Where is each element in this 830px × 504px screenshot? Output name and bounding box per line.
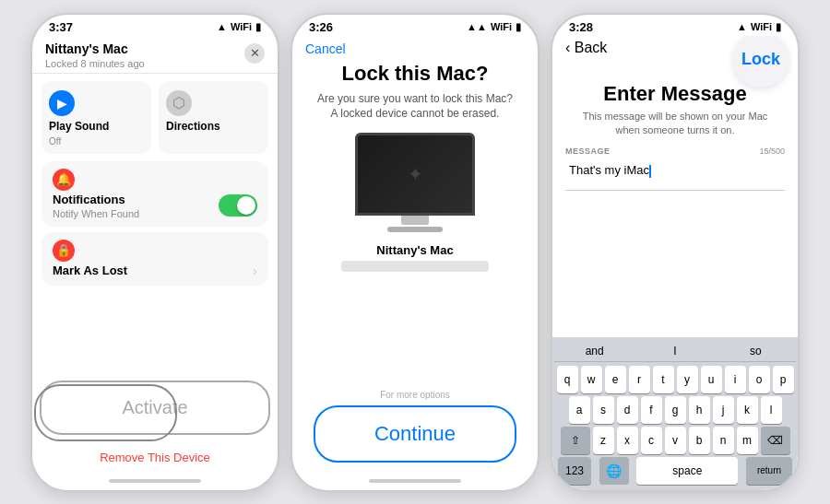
lost-row: Mark As Lost › [53, 264, 257, 278]
keyboard: and I so q w e r t y u i o p a [552, 337, 798, 490]
key-m[interactable]: m [737, 427, 758, 454]
home-indicator-1 [109, 479, 201, 483]
keyboard-row-3: ⇧ z x c v b n m ⌫ [554, 427, 796, 454]
wifi-icon-2: WiFi [491, 21, 512, 32]
delete-key[interactable]: ⌫ [761, 427, 790, 454]
lock-title: Lock this Mac? [342, 62, 489, 86]
nav-bar-1: Nittany's Mac Locked 8 minutes ago ✕ [32, 36, 278, 74]
key-z[interactable]: z [593, 427, 614, 454]
key-e[interactable]: e [605, 366, 626, 393]
space-key[interactable]: space [636, 457, 738, 485]
status-bar-3: 3:28 ▲ WiFi ▮ [552, 15, 798, 36]
status-icons-2: ▲▲ WiFi ▮ [467, 21, 521, 33]
imac-base [387, 227, 443, 232]
enter-message-sub: This message will be shown on your Macwh… [552, 110, 798, 138]
device-title: Nittany's Mac [45, 41, 145, 56]
status-icons-1: ▲ WiFi ▮ [217, 21, 261, 33]
notify-sub: Notify When Found [53, 208, 139, 219]
chevron-icon: › [253, 264, 257, 278]
home-indicator-2 [369, 479, 461, 483]
key-o[interactable]: o [749, 366, 770, 393]
key-k[interactable]: k [737, 396, 758, 424]
battery-icon-3: ▮ [776, 21, 781, 33]
close-button[interactable]: ✕ [244, 43, 265, 64]
notifications-label: Notifications [53, 193, 139, 206]
return-key[interactable]: return [746, 457, 792, 485]
key-g[interactable]: g [665, 396, 686, 424]
key-l[interactable]: l [761, 396, 782, 424]
message-text: That's my iMac [569, 163, 649, 177]
lost-icon: 🔒 [53, 240, 75, 262]
play-sub: Off [49, 136, 144, 147]
continue-button[interactable]: Continue [314, 405, 516, 463]
directions-icon: ⬡ [166, 90, 192, 116]
phone-2: 3:26 ▲▲ WiFi ▮ Cancel Lock this Mac? Are… [290, 13, 540, 492]
notifications-row: Notifications Notify When Found [53, 193, 257, 219]
key-a[interactable]: a [569, 396, 590, 424]
status-bar-1: 3:37 ▲ WiFi ▮ [32, 15, 278, 36]
text-cursor [649, 165, 651, 178]
suggestion-and[interactable]: and [554, 345, 634, 357]
key-w[interactable]: w [581, 366, 602, 393]
message-label: MESSAGE [565, 147, 611, 156]
signal-icon-3: ▲ [737, 21, 747, 32]
mark-lost-label: Mark As Lost [53, 264, 127, 277]
keyboard-row-2: a s d f g h j k l [554, 396, 796, 424]
numbers-key[interactable]: 123 [558, 457, 591, 485]
key-t[interactable]: t [653, 366, 674, 393]
key-j[interactable]: j [713, 396, 734, 424]
imac-blurred-text [341, 261, 489, 272]
key-y[interactable]: y [677, 366, 698, 393]
lock-sub: Are you sure you want to lock this Mac?A… [317, 91, 513, 123]
suggestion-I[interactable]: I [634, 345, 715, 357]
signal-icon-2: ▲▲ [467, 21, 487, 32]
key-r[interactable]: r [629, 366, 650, 393]
notifications-card[interactable]: 🔔 Notifications Notify When Found [42, 161, 268, 227]
action-row: ▶ Play Sound Off ⬡ Directions [32, 74, 278, 161]
key-u[interactable]: u [701, 366, 722, 393]
imac-illustration [355, 133, 475, 232]
back-button[interactable]: ‹ Back [565, 40, 607, 55]
phone2-nav: Cancel [292, 36, 538, 62]
message-count: 15/500 [759, 147, 785, 156]
key-h[interactable]: h [689, 396, 710, 424]
directions-card[interactable]: ⬡ Directions [159, 81, 268, 154]
footer-text: For more options [380, 390, 450, 400]
cancel-button[interactable]: Cancel [305, 41, 346, 56]
key-b[interactable]: b [689, 427, 710, 454]
suggestion-so[interactable]: so [716, 345, 796, 357]
message-label-row: MESSAGE 15/500 [552, 147, 798, 156]
key-x[interactable]: x [617, 427, 638, 454]
shift-key[interactable]: ⇧ [561, 427, 590, 454]
phone2-content: Lock this Mac? Are you sure you want to … [292, 62, 538, 490]
phone3-content: ‹ Back Lock Enter Message This message w… [552, 36, 798, 490]
wifi-icon-3: WiFi [751, 21, 772, 32]
notify-toggle[interactable] [219, 194, 257, 217]
lock-button-circle[interactable]: Lock [733, 36, 788, 88]
remove-device-button[interactable]: Remove This Device [32, 451, 278, 464]
play-icon: ▶ [49, 90, 75, 116]
keyboard-bottom: 123 🌐 space return [554, 457, 796, 485]
key-i[interactable]: i [725, 366, 746, 393]
key-s[interactable]: s [593, 396, 614, 424]
globe-key[interactable]: 🌐 [599, 457, 629, 485]
key-d[interactable]: d [617, 396, 638, 424]
imac-device-name: Nittany's Mac [376, 243, 453, 257]
device-sub: Locked 8 minutes ago [45, 58, 145, 69]
notifications-icon: 🔔 [53, 169, 75, 191]
key-n[interactable]: n [713, 427, 734, 454]
mark-as-lost-card[interactable]: 🔒 Mark As Lost › [42, 232, 268, 286]
imac-screen [355, 133, 475, 216]
activate-button[interactable]: Activate [40, 381, 270, 435]
status-icons-3: ▲ WiFi ▮ [737, 21, 781, 33]
key-p[interactable]: p [773, 366, 794, 393]
message-input[interactable]: That's my iMac [565, 158, 785, 191]
key-f[interactable]: f [641, 396, 662, 424]
play-sound-card[interactable]: ▶ Play Sound Off [42, 81, 151, 154]
key-c[interactable]: c [641, 427, 662, 454]
phone3-nav: ‹ Back Lock [552, 36, 798, 60]
key-q[interactable]: q [557, 366, 578, 393]
imac-foot [401, 216, 429, 225]
play-label: Play Sound [49, 120, 144, 133]
key-v[interactable]: v [665, 427, 686, 454]
